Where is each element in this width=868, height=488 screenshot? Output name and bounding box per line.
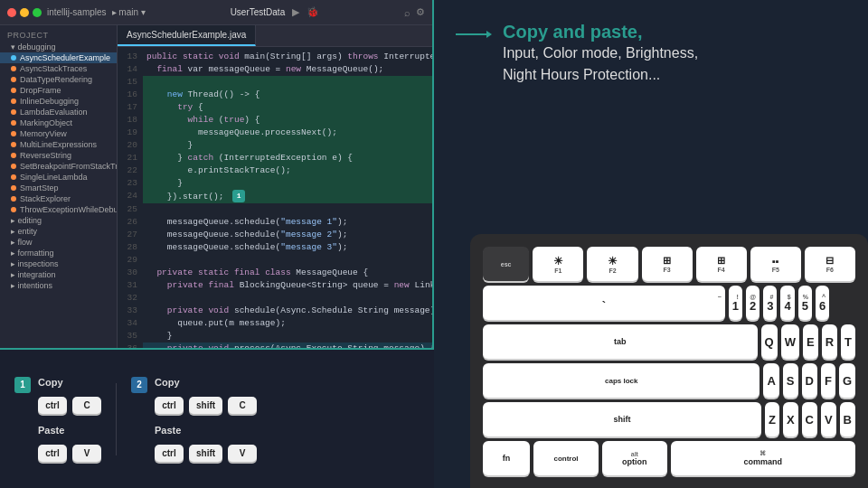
key-f4[interactable]: ⊞ F4	[696, 247, 747, 281]
sidebar-item-marking[interactable]: MarkingObject	[0, 117, 117, 128]
sidebar-item-inspections[interactable]: ▸ inspections	[0, 258, 117, 269]
sidebar-item-smartstep[interactable]: SmartStep	[0, 183, 117, 193]
shift-key-2a[interactable]: shift	[189, 397, 222, 414]
key-f[interactable]: F	[821, 363, 835, 398]
editor-tabs: AsyncSchedulerExample.java	[118, 25, 432, 47]
key-v[interactable]: V	[821, 402, 836, 436]
minimize-button[interactable]	[20, 8, 29, 17]
key-f3[interactable]: ⊞ F3	[642, 247, 693, 281]
keyboard-area: esc ☀ F1 ☀ F2 ⊞ F3 ⊞ F4	[456, 100, 868, 488]
window-controls	[7, 8, 42, 17]
sidebar-item-multiline[interactable]: MultiLineExpressions	[0, 139, 117, 150]
key-a[interactable]: A	[763, 363, 778, 398]
run-icon[interactable]: ▶	[292, 6, 299, 18]
sidebar-item-asyncstack[interactable]: AsyncStackTraces	[0, 63, 117, 74]
key-command[interactable]: ⌘ command	[671, 441, 855, 475]
key-control[interactable]: control	[533, 441, 599, 475]
sidebar-item-dropframe[interactable]: DropFrame	[0, 85, 117, 96]
sidebar-item-singleline[interactable]: SingleLineLambda	[0, 172, 117, 183]
key-c[interactable]: C	[802, 402, 817, 436]
key-f2[interactable]: ☀ F2	[587, 247, 637, 281]
copy-label-1: Copy	[38, 377, 101, 388]
key-4[interactable]: $ 4	[780, 286, 794, 320]
sidebar-item-throw[interactable]: ThrowExceptionWhileDebugging	[0, 204, 117, 215]
key-5[interactable]: % 5	[798, 286, 812, 320]
branch-label: ▸ main ▾	[112, 7, 146, 17]
sidebar-item-asyncscheduler[interactable]: AsyncSchedulerExample	[0, 52, 117, 63]
arrow-icon	[456, 27, 492, 45]
key-f6[interactable]: ⊟ F6	[805, 247, 855, 281]
ctrl-key-2b[interactable]: ctrl	[155, 445, 184, 462]
key-q[interactable]: Q	[761, 324, 778, 359]
sidebar-item-integration[interactable]: ▸ integration	[0, 269, 117, 280]
headline-area: Copy and paste, Input, Color mode, Brigh…	[456, 22, 850, 91]
paste-label-2: Paste	[155, 425, 257, 436]
copy-label-2: Copy	[155, 377, 257, 388]
fn-row: esc ☀ F1 ☀ F2 ⊞ F3 ⊞ F4	[483, 247, 855, 281]
sidebar-item-entity[interactable]: ▸ entity	[0, 226, 117, 237]
key-r[interactable]: R	[822, 324, 837, 359]
headline-sub1: Input, Color mode, Brightness,	[503, 42, 698, 64]
key-s[interactable]: S	[783, 363, 798, 398]
right-panel: Copy and paste, Input, Color mode, Brigh…	[434, 0, 868, 488]
sidebar-item-lambda[interactable]: LambdaEvaluation	[0, 107, 117, 117]
key-g[interactable]: G	[839, 363, 855, 398]
c-key-1[interactable]: C	[72, 397, 101, 414]
debug-icon[interactable]: 🐞	[307, 6, 319, 18]
key-3[interactable]: # 3	[763, 286, 777, 320]
key-tab[interactable]: tab	[483, 324, 758, 359]
maximize-button[interactable]	[33, 8, 42, 17]
key-1[interactable]: ! 1	[729, 286, 742, 320]
sidebar-item-editing[interactable]: ▸ editing	[0, 215, 117, 226]
key-b[interactable]: B	[840, 402, 855, 436]
key-e[interactable]: E	[803, 324, 818, 359]
close-button[interactable]	[7, 8, 16, 17]
v-key-2[interactable]: V	[228, 445, 257, 462]
sidebar-item-inline[interactable]: InlineDebugging	[0, 96, 117, 107]
c-key-2[interactable]: C	[228, 397, 257, 414]
key-f1[interactable]: ☀ F1	[533, 247, 583, 281]
key-fn[interactable]: fn	[483, 441, 530, 475]
key-esc[interactable]: esc	[483, 247, 529, 281]
settings-icon[interactable]: ⚙	[416, 6, 425, 18]
key-f5[interactable]: ▪▪ F5	[750, 247, 801, 281]
key-capslock[interactable]: caps lock	[483, 363, 760, 398]
sidebar-item-debugging[interactable]: ▾ debugging	[0, 42, 117, 52]
ctrl-key-1b[interactable]: ctrl	[38, 445, 67, 462]
sidebar-item-memory[interactable]: MemoryView	[0, 128, 117, 139]
shortcut-list-1: Copy ctrl C Paste ctrl V	[38, 377, 101, 462]
file-tab[interactable]: AsyncSchedulerExample.java	[118, 25, 256, 46]
ctrl-key-1[interactable]: ctrl	[38, 397, 67, 414]
key-backtick[interactable]: ~ `	[483, 286, 725, 320]
zxcv-row: shift Z X C V B	[483, 402, 855, 436]
key-t[interactable]: T	[841, 324, 855, 359]
paste-shortcut-1: ctrl V	[38, 445, 101, 462]
sidebar-item-stackexplorer[interactable]: StackExplorer	[0, 193, 117, 204]
key-2[interactable]: @ 2	[746, 286, 760, 320]
key-w[interactable]: W	[781, 324, 799, 359]
title-bar: intellij-samples ▸ main ▾ UserTestData ▶…	[0, 0, 432, 25]
shift-key-2b[interactable]: shift	[189, 445, 222, 462]
project-label: intellij-samples	[47, 7, 107, 17]
sidebar-item-setbreak[interactable]: SetBreakpointFromStackTrace	[0, 161, 117, 172]
shortcut-panel: 1 Copy ctrl C Paste ctrl V 2 Copy	[0, 348, 434, 488]
sidebar-item-datatype[interactable]: DataTypeRendering	[0, 74, 117, 85]
shortcut-group-2: 2 Copy ctrl shift C Paste ctrl shift V	[131, 377, 257, 462]
key-z[interactable]: Z	[765, 402, 779, 436]
key-6[interactable]: ^ 6	[816, 286, 829, 320]
key-d[interactable]: D	[802, 363, 817, 398]
key-option[interactable]: alt option	[602, 441, 667, 475]
modifier-row: fn control alt option ⌘ command	[483, 441, 855, 475]
key-shift-left[interactable]: shift	[483, 402, 761, 436]
key-x[interactable]: X	[783, 402, 798, 436]
search-icon[interactable]: ⌕	[404, 7, 410, 18]
paste-label-1: Paste	[38, 425, 101, 436]
sidebar-item-intentions[interactable]: ▸ intentions	[0, 280, 117, 291]
ctrl-key-2a[interactable]: ctrl	[155, 397, 184, 414]
sidebar-item-reverse[interactable]: ReverseString	[0, 150, 117, 161]
copy-shortcut-1: ctrl C	[38, 397, 101, 414]
v-key-1[interactable]: V	[72, 445, 101, 462]
headline-text: Copy and paste, Input, Color mode, Brigh…	[503, 22, 698, 86]
sidebar-item-formatting[interactable]: ▸ formatting	[0, 248, 117, 258]
sidebar-item-flow[interactable]: ▸ flow	[0, 237, 117, 248]
